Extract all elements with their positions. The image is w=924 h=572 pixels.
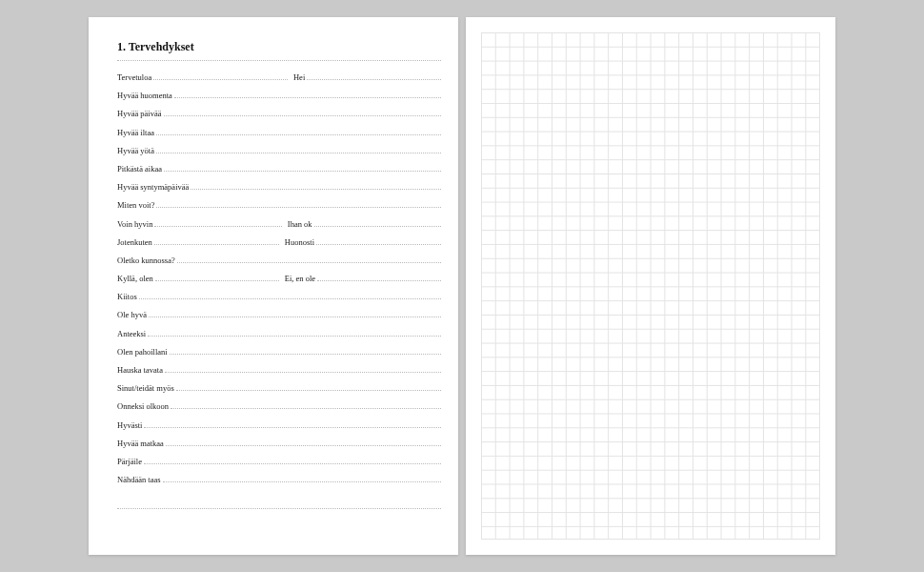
term-primary: Onneksi olkoon — [117, 401, 171, 411]
dotted-fill — [144, 419, 441, 428]
term-secondary: Huonosti — [279, 237, 316, 247]
dotted-fill — [191, 180, 441, 190]
left-page: 1. Tervehdykset TervetuloaHeiHyvää huome… — [89, 17, 458, 555]
dotted-fill — [154, 235, 279, 245]
vocab-row: Hyvää huomenta — [117, 89, 441, 107]
vocab-row: TervetuloaHei — [117, 71, 441, 89]
term-primary: Pitkästä aikaa — [117, 164, 164, 174]
term-primary: Voin hyvin — [117, 219, 154, 229]
vocab-row: Hyvää syntymäpäivää — [117, 180, 441, 198]
term-primary: Hyvää päivää — [117, 109, 164, 118]
term-primary: Sinut/teidät myös — [117, 383, 176, 393]
vocab-row: Kyllä, olenEi, en ole — [117, 272, 441, 290]
vocabulary-list: TervetuloaHeiHyvää huomentaHyvää päivääH… — [117, 71, 441, 491]
term-secondary: Ihan ok — [282, 219, 314, 229]
dotted-fill — [148, 327, 441, 337]
vocab-row: Miten voit? — [117, 198, 441, 216]
term-primary: Kiitos — [117, 292, 139, 301]
vocab-row: Anteeksi — [117, 327, 441, 345]
term-primary: Hauska tavata — [117, 365, 165, 375]
dotted-fill — [156, 144, 441, 153]
vocab-row: Ole hyvä — [117, 308, 441, 326]
vocab-row: Hyvää matkaa — [117, 437, 441, 455]
book-spread: 1. Tervehdykset TervetuloaHeiHyvää huome… — [89, 17, 835, 555]
dotted-fill — [307, 71, 441, 80]
dotted-fill — [144, 455, 441, 464]
section-heading: 1. Tervehdykset — [117, 40, 441, 54]
vocab-row: Hyvää iltaa — [117, 126, 441, 144]
term-primary: Miten voit? — [117, 200, 156, 210]
dotted-fill — [166, 437, 441, 446]
vocab-row: Onneksi olkoon — [117, 399, 441, 418]
vocab-row: Kiitos — [117, 290, 441, 308]
dotted-fill — [155, 272, 279, 281]
term-primary: Pärjäile — [117, 457, 144, 466]
dotted-fill — [316, 235, 441, 245]
term-primary: Olen pahoillani — [117, 347, 170, 357]
term-primary: Hyvää matkaa — [117, 439, 166, 448]
vocab-row: Hauska tavata — [117, 363, 441, 381]
vocab-row: Voin hyvinIhan ok — [117, 217, 441, 235]
dotted-fill — [156, 198, 441, 208]
dotted-fill — [317, 272, 441, 281]
dotted-fill — [156, 126, 441, 135]
term-primary: Hyvää yötä — [117, 146, 156, 155]
term-primary: Nähdään taas — [117, 475, 163, 484]
dotted-fill — [149, 308, 441, 317]
term-primary: Ole hyvä — [117, 310, 149, 319]
term-primary: Anteeksi — [117, 329, 148, 338]
term-primary: Hyvää iltaa — [117, 128, 156, 137]
vocab-row: Nähdään taas — [117, 473, 441, 491]
right-page — [466, 17, 835, 555]
dotted-fill — [171, 399, 441, 409]
dotted-fill — [176, 381, 441, 391]
dotted-fill — [177, 254, 441, 263]
term-primary: Oletko kunnossa? — [117, 255, 177, 265]
term-primary: Jotenkuten — [117, 237, 154, 247]
dotted-fill — [154, 217, 281, 227]
term-primary: Kyllä, olen — [117, 274, 155, 283]
vocab-row: Pitkästä aikaa — [117, 162, 441, 180]
heading-rule — [117, 60, 441, 61]
vocab-row: Hyvää päivää — [117, 107, 441, 125]
dotted-fill — [139, 290, 441, 299]
trailing-rule — [117, 500, 441, 509]
vocab-row: Oletko kunnossa? — [117, 254, 441, 272]
dotted-fill — [163, 473, 441, 482]
dotted-fill — [174, 89, 441, 98]
dotted-fill — [165, 363, 441, 373]
dotted-fill — [164, 107, 442, 116]
dotted-fill — [164, 162, 441, 172]
term-primary: Hyvää huomenta — [117, 91, 174, 100]
term-primary: Tervetuloa — [117, 72, 153, 82]
term-secondary: Ei, en ole — [279, 274, 317, 283]
dotted-fill — [170, 345, 441, 355]
vocab-row: JotenkutenHuonosti — [117, 235, 441, 254]
graph-grid — [481, 32, 820, 540]
vocab-row: Hyvästi — [117, 419, 441, 437]
vocab-row: Pärjäile — [117, 455, 441, 473]
vocab-row: Olen pahoillani — [117, 345, 441, 363]
vocab-row: Hyvää yötä — [117, 144, 441, 162]
term-primary: Hyvästi — [117, 420, 144, 430]
term-secondary: Hei — [288, 72, 307, 82]
dotted-fill — [153, 71, 288, 80]
term-primary: Hyvää syntymäpäivää — [117, 182, 191, 192]
dotted-fill — [314, 217, 441, 227]
vocab-row: Sinut/teidät myös — [117, 381, 441, 399]
